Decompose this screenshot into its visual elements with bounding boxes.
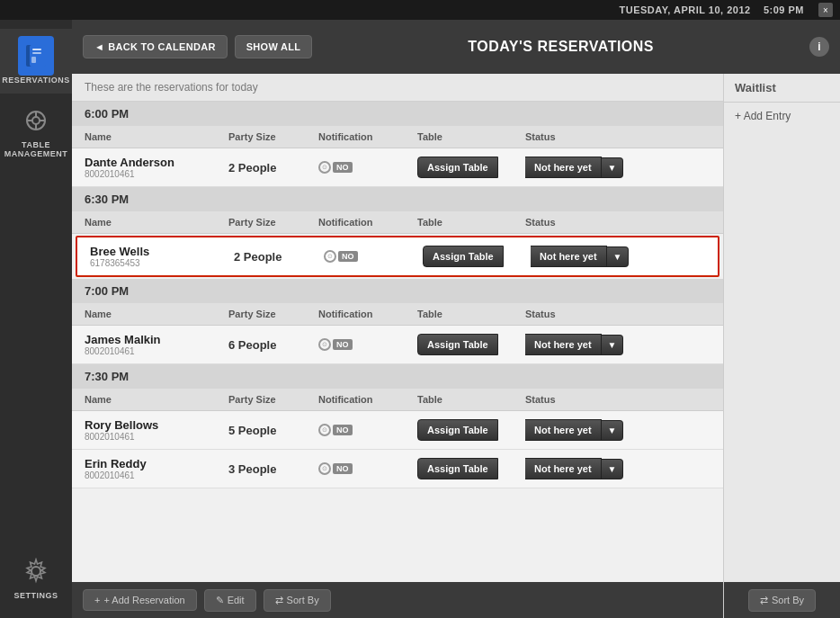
notif-icons: ⊙ NO xyxy=(318,338,353,351)
notif-badge: NO xyxy=(333,339,353,350)
reservations-list: 6:00 PM Name Party Size Notification Tab… xyxy=(72,102,723,582)
status-btn-group: Not here yet ▼ xyxy=(525,157,623,178)
table-row: Erin Reddy 8002010461 3 People ⊙ NO Assi… xyxy=(72,450,723,488)
res-notif: ⊙ NO xyxy=(318,424,417,436)
sidebar-item-table-management[interactable]: TABLE MANAGEMENT xyxy=(0,94,72,167)
res-phone: 8002010461 xyxy=(85,169,228,179)
waitlist-bottom-bar: ⇄ Sort By xyxy=(724,582,840,618)
res-name-block: Bree Wells 6178365453 xyxy=(90,245,234,268)
status-button[interactable]: Not here yet xyxy=(525,157,602,178)
res-table-cell: Assign Table xyxy=(417,419,525,441)
col-status: Status xyxy=(525,394,710,405)
res-name-block: Erin Reddy 8002010461 xyxy=(85,457,228,480)
notif-badge: NO xyxy=(333,463,353,474)
date: TUESDAY, APRIL 10, 2012 xyxy=(619,4,750,15)
col-notif: Notification xyxy=(318,309,417,319)
col-party: Party Size xyxy=(228,217,318,228)
time-section-header: 7:00 PM xyxy=(72,279,723,303)
assign-table-button[interactable]: Assign Table xyxy=(417,419,498,441)
time-section-header: 6:30 PM xyxy=(72,187,723,211)
col-name: Name xyxy=(85,394,228,405)
status-button[interactable]: Not here yet xyxy=(525,419,602,441)
notif-icons: ⊙ NO xyxy=(318,424,353,436)
info-button[interactable]: i xyxy=(809,37,829,57)
time-section-header: 7:30 PM xyxy=(72,364,723,389)
col-status: Status xyxy=(525,309,710,319)
notif-icons: ⊙ NO xyxy=(318,161,353,174)
notif-icons: ⊙ NO xyxy=(324,250,358,263)
main-content: ◄ BACK TO CALENDAR SHOW ALL TODAY'S RESE… xyxy=(72,20,840,618)
status-dropdown-button[interactable]: ▼ xyxy=(602,157,624,178)
close-button[interactable]: × xyxy=(818,3,833,17)
sort-by-button[interactable]: ⇄ Sort By xyxy=(264,589,331,612)
assign-table-button[interactable]: Assign Table xyxy=(417,458,498,479)
status-dropdown-button[interactable]: ▼ xyxy=(607,246,630,267)
res-status: Not here yet ▼ xyxy=(531,246,705,267)
assign-table-button[interactable]: Assign Table xyxy=(417,334,498,355)
time-section-header: 6:00 PM xyxy=(72,102,723,126)
notif-badge: NO xyxy=(333,425,353,435)
add-reservation-button[interactable]: + + Add Reservation xyxy=(83,589,197,611)
clock-icon: ⊙ xyxy=(318,338,331,351)
date-time: TUESDAY, APRIL 10, 2012 5:09 PM xyxy=(619,4,804,15)
col-status: Status xyxy=(525,217,710,228)
clock-icon: ⊙ xyxy=(324,250,336,263)
clock-icon: ⊙ xyxy=(318,424,331,436)
status-dropdown-button[interactable]: ▼ xyxy=(602,335,624,355)
column-headers: Name Party Size Notification Table Statu… xyxy=(72,211,723,234)
assign-table-button[interactable]: Assign Table xyxy=(417,157,498,178)
add-entry-button[interactable]: + Add Entry xyxy=(724,103,840,130)
res-phone: 8002010461 xyxy=(85,432,228,442)
reservations-panel: These are the reservations for today 6:0… xyxy=(72,74,723,618)
status-dropdown-button[interactable]: ▼ xyxy=(602,420,624,441)
show-all-button[interactable]: SHOW ALL xyxy=(235,35,313,58)
sort-waitlist-button[interactable]: ⇄ Sort By xyxy=(748,589,816,612)
clock-icon: ⊙ xyxy=(318,161,331,174)
col-party: Party Size xyxy=(228,394,318,405)
svg-rect-3 xyxy=(32,52,41,54)
clock-icon: ⊙ xyxy=(318,462,331,475)
svg-point-6 xyxy=(32,117,40,124)
col-table: Table xyxy=(417,217,525,228)
assign-table-button[interactable]: Assign Table xyxy=(423,246,504,267)
res-table-cell: Assign Table xyxy=(417,334,525,355)
res-table-cell: Assign Table xyxy=(417,458,525,479)
col-table: Table xyxy=(417,394,525,405)
reservations-icon xyxy=(18,38,54,74)
res-status: Not here yet ▼ xyxy=(525,419,710,441)
res-party: 2 People xyxy=(228,161,318,175)
col-notif: Notification xyxy=(318,394,417,405)
res-notif: ⊙ NO xyxy=(318,161,417,174)
column-headers: Name Party Size Notification Table Statu… xyxy=(72,389,723,411)
waitlist-panel: Waitlist + Add Entry ⇄ Sort By xyxy=(723,74,840,618)
res-notif: ⊙ NO xyxy=(324,250,423,263)
res-phone: 8002010461 xyxy=(85,470,228,480)
page-title: TODAY'S RESERVATIONS xyxy=(319,39,802,55)
res-name: Erin Reddy xyxy=(85,457,228,470)
col-table: Table xyxy=(417,131,525,142)
sidebar-item-reservations[interactable]: RESERVATIONS xyxy=(0,29,72,94)
column-headers: Name Party Size Notification Table Statu… xyxy=(72,303,723,326)
res-name-block: Rory Bellows 8002010461 xyxy=(85,418,228,442)
status-btn-group: Not here yet ▼ xyxy=(525,458,623,479)
res-name: Bree Wells xyxy=(90,245,234,258)
col-party: Party Size xyxy=(228,309,318,319)
status-dropdown-button[interactable]: ▼ xyxy=(602,459,624,479)
status-button[interactable]: Not here yet xyxy=(525,458,602,479)
back-to-calendar-button[interactable]: ◄ BACK TO CALENDAR xyxy=(83,35,228,58)
edit-button[interactable]: ✎ Edit xyxy=(204,589,256,612)
status-button[interactable]: Not here yet xyxy=(531,246,607,267)
panel-subtitle: These are the reservations for today xyxy=(72,74,723,102)
col-table: Table xyxy=(417,309,525,319)
sidebar: RESERVATIONS TABLE MANAGEMENT xyxy=(0,20,72,618)
col-status: Status xyxy=(525,131,710,142)
bottom-bar: + + Add Reservation ✎ Edit ⇄ Sort By xyxy=(72,582,723,618)
res-name: Rory Bellows xyxy=(85,418,228,432)
status-button[interactable]: Not here yet xyxy=(525,334,602,355)
table-row: Bree Wells 6178365453 2 People ⊙ NO Assi… xyxy=(76,236,719,277)
status-btn-group: Not here yet ▼ xyxy=(531,246,629,267)
plus-icon: + xyxy=(94,595,100,605)
svg-rect-4 xyxy=(31,57,36,63)
res-name: Dante Anderson xyxy=(85,156,228,169)
sidebar-item-settings[interactable]: SETTINGS xyxy=(0,544,72,609)
